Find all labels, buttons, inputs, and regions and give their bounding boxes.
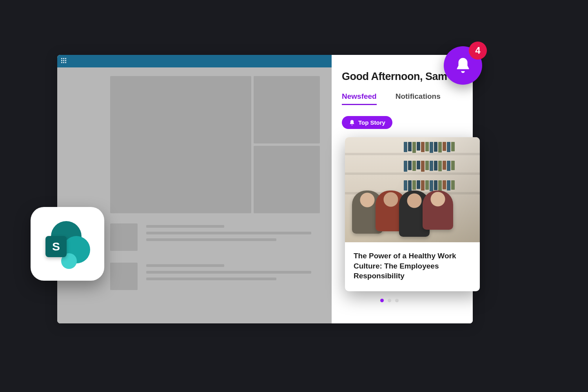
app-launcher-icon[interactable] xyxy=(61,58,67,64)
sharepoint-app-chip[interactable]: S xyxy=(31,207,104,281)
sharepoint-letter: S xyxy=(45,236,67,257)
pager-dot[interactable] xyxy=(388,299,391,302)
tab-notifications[interactable]: Notifications xyxy=(396,92,441,105)
skeleton-block xyxy=(110,76,251,213)
host-content-skeleton xyxy=(57,67,332,323)
skeleton-block xyxy=(254,76,320,143)
top-story-pill[interactable]: Top Story xyxy=(342,116,392,129)
story-image xyxy=(345,137,480,242)
greeting-text: Good Afternoon, Sam xyxy=(342,71,463,83)
bell-icon xyxy=(454,56,472,74)
skeleton-list-row xyxy=(110,223,320,251)
pager-dot[interactable] xyxy=(395,299,399,302)
host-app-background xyxy=(57,55,332,323)
skeleton-list-row xyxy=(110,263,320,290)
tab-newsfeed[interactable]: Newsfeed xyxy=(342,92,377,105)
notification-count-badge: 4 xyxy=(469,42,487,60)
feed-tabs: Newsfeed Notifications xyxy=(342,92,463,105)
bell-icon xyxy=(349,120,355,126)
skeleton-block xyxy=(254,146,320,213)
host-topbar xyxy=(57,55,332,67)
pager-dot[interactable] xyxy=(380,299,384,302)
top-story-label: Top Story xyxy=(358,119,385,126)
notifications-button[interactable]: 4 xyxy=(444,46,482,85)
sharepoint-icon: S xyxy=(44,220,91,267)
story-title: The Power of a Healthy Work Culture: The… xyxy=(354,251,471,281)
carousel-pager xyxy=(380,299,399,302)
top-story-card[interactable]: The Power of a Healthy Work Culture: The… xyxy=(345,137,480,291)
